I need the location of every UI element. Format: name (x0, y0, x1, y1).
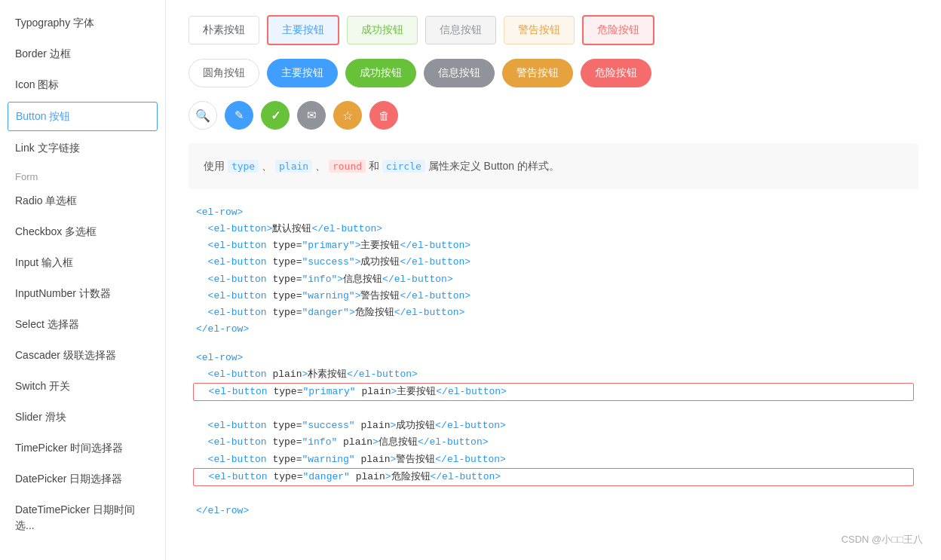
code-line-8: </el-row> (196, 323, 249, 335)
code-line-6: <el-button type="warning">警告按钮</el-butto… (196, 290, 470, 301)
code2-line-6: <el-button type="warning" plain>警告按钮</el… (196, 454, 506, 465)
sidebar-item-datetimepicker[interactable]: DateTimePicker 日期时间选... (0, 494, 165, 541)
star-icon: ☆ (342, 109, 353, 123)
btn-round-danger[interactable]: 危险按钮 (581, 59, 651, 87)
code-line-1: <el-row> (196, 207, 243, 218)
btn-circle-search[interactable]: 🔍 (189, 101, 217, 130)
sidebar-item-timepicker[interactable]: TimePicker 时间选择器 (0, 433, 165, 464)
btn-round-default[interactable]: 圆角按钮 (189, 59, 259, 87)
code2-line-5: <el-button type="info" plain>信息按钮</el-bu… (196, 436, 489, 448)
sidebar-item-border[interactable]: Border 边框 (0, 38, 165, 69)
code-section-1: <el-row> <el-button>默认按钮</el-button> <el… (189, 204, 918, 338)
code2-line-2: <el-button plain>朴素按钮</el-button> (196, 369, 418, 380)
code-line-3: <el-button type="primary">主要按钮</el-butto… (196, 240, 470, 251)
btn-plain-default[interactable]: 朴素按钮 (189, 16, 259, 44)
sidebar-item-button[interactable]: Button 按钮 (8, 102, 158, 131)
sidebar-item-checkbox[interactable]: Checkbox 多选框 (0, 216, 165, 247)
code-line-7: <el-button type="danger">危险按钮</el-button… (196, 307, 464, 318)
circle-button-row: 🔍 ✎ ✓ ✉ ☆ 🗑 (189, 101, 918, 130)
btn-plain-info[interactable]: 信息按钮 (425, 16, 496, 44)
btn-circle-mail[interactable]: ✉ (297, 101, 326, 130)
sidebar-item-inputnumber[interactable]: InputNumber 计数器 (0, 278, 165, 309)
btn-round-success[interactable]: 成功按钮 (345, 59, 416, 87)
sidebar-item-radio[interactable]: Radio 单选框 (0, 185, 165, 216)
sidebar-item-typography[interactable]: Typography 字体 (0, 8, 165, 38)
edit-icon: ✎ (234, 109, 244, 122)
plain-button-row: 朴素按钮 主要按钮 成功按钮 信息按钮 警告按钮 危险按钮 (189, 15, 918, 45)
main-content: 朴素按钮 主要按钮 成功按钮 信息按钮 警告按钮 危险按钮 圆角按钮 主要按钮 … (166, 0, 941, 560)
sidebar-item-select[interactable]: Select 选择器 (0, 309, 165, 340)
check-icon: ✓ (271, 109, 280, 123)
description-text-pre: 使用 (204, 160, 228, 172)
sidebar-item-slider[interactable]: Slider 滑块 (0, 402, 165, 433)
description-block: 使用 type 、 plain 、 round 和 circle 属性来定义 B… (189, 143, 918, 189)
sidebar-item-datepicker[interactable]: DatePicker 日期选择器 (0, 464, 165, 494)
code-round: round (329, 160, 366, 173)
code2-line-3: <el-button type="primary" plain>主要按钮</el… (193, 383, 914, 401)
btn-plain-danger[interactable]: 危险按钮 (582, 15, 654, 45)
search-icon: 🔍 (195, 109, 210, 123)
btn-circle-star[interactable]: ☆ (333, 101, 362, 130)
btn-round-warning[interactable]: 警告按钮 (502, 59, 573, 87)
code-circle: circle (382, 160, 425, 173)
btn-plain-warning[interactable]: 警告按钮 (504, 16, 575, 44)
code-line-2: <el-button>默认按钮</el-button> (196, 223, 382, 234)
code2-line-8: </el-row> (196, 505, 249, 516)
sidebar-item-switch[interactable]: Switch 开关 (0, 371, 165, 402)
code-line-4: <el-button type="success">成功按钮</el-butto… (196, 256, 470, 268)
sidebar-item-icon[interactable]: Icon 图标 (0, 69, 165, 100)
code-plain: plain (275, 160, 312, 173)
code-type: type (228, 160, 259, 173)
code2-line-7: <el-button type="danger" plain>危险按钮</el-… (193, 468, 914, 486)
btn-plain-primary[interactable]: 主要按钮 (267, 15, 339, 45)
btn-circle-edit[interactable]: ✎ (225, 101, 253, 130)
btn-circle-delete[interactable]: 🗑 (369, 101, 398, 130)
sidebar-item-input[interactable]: Input 输入框 (0, 247, 165, 278)
round-button-row: 圆角按钮 主要按钮 成功按钮 信息按钮 警告按钮 危险按钮 (189, 59, 918, 87)
sidebar: Typography 字体 Border 边框 Icon 图标 Button 按… (0, 0, 166, 560)
btn-circle-check[interactable]: ✓ (261, 101, 290, 130)
sidebar-item-cascader[interactable]: Cascader 级联选择器 (0, 340, 165, 371)
sidebar-item-link[interactable]: Link 文字链接 (0, 133, 165, 164)
delete-icon: 🗑 (379, 109, 390, 122)
code-section-2: <el-row> <el-button plain>朴素按钮</el-butto… (189, 350, 918, 519)
btn-round-info[interactable]: 信息按钮 (424, 59, 495, 87)
sidebar-group-form: Form (0, 164, 165, 185)
btn-round-primary[interactable]: 主要按钮 (267, 59, 338, 87)
watermark: CSDN @小□□王八 (841, 533, 923, 546)
code2-line-1: <el-row> (196, 352, 243, 363)
code2-line-4: <el-button type="success" plain>成功按钮</el… (196, 420, 506, 431)
mail-icon: ✉ (307, 109, 317, 122)
btn-plain-success[interactable]: 成功按钮 (347, 16, 418, 44)
code-line-5: <el-button type="info">信息按钮</el-button> (196, 274, 453, 285)
